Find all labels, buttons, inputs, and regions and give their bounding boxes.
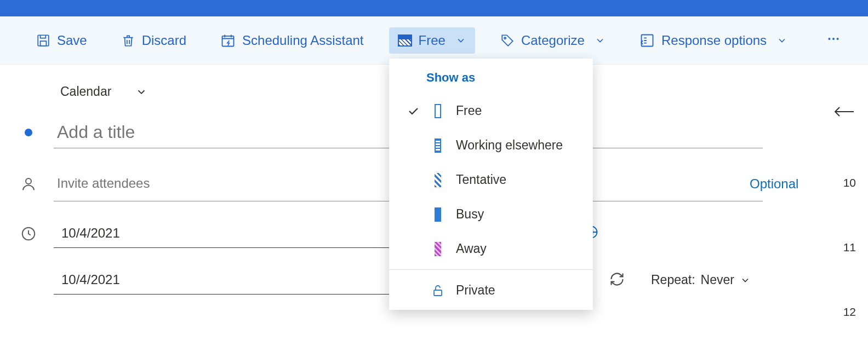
option-label: Free bbox=[456, 103, 482, 118]
response-icon bbox=[639, 33, 655, 48]
option-label: Busy bbox=[456, 207, 484, 222]
svg-rect-1 bbox=[41, 41, 47, 46]
show-as-option-tentative[interactable]: Tentative bbox=[389, 163, 593, 197]
dropdown-header: Show as bbox=[389, 59, 593, 94]
free-swatch-icon bbox=[435, 104, 441, 118]
scheduling-label: Scheduling Assistant bbox=[242, 33, 363, 48]
calendar-color-bullet bbox=[25, 129, 32, 136]
private-label: Private bbox=[456, 283, 495, 298]
showas-swatch-icon bbox=[398, 34, 412, 47]
window-title-bar bbox=[0, 0, 868, 16]
toolbar: Save Discard Scheduling Assistant Free C… bbox=[0, 16, 868, 65]
busy-swatch-icon bbox=[435, 207, 441, 222]
svg-point-6 bbox=[832, 38, 835, 40]
repeat-icon-button[interactable] bbox=[609, 272, 625, 289]
categorize-button[interactable]: Categorize bbox=[492, 27, 614, 54]
chevron-down-icon bbox=[595, 35, 606, 46]
person-icon bbox=[20, 176, 37, 192]
more-options-button[interactable] bbox=[821, 26, 846, 55]
svg-rect-4 bbox=[641, 34, 653, 46]
chevron-down-icon bbox=[776, 35, 787, 46]
chevron-down-icon bbox=[455, 35, 466, 46]
discard-button[interactable]: Discard bbox=[112, 27, 195, 54]
show-as-option-busy[interactable]: Busy bbox=[389, 197, 593, 232]
discard-label: Discard bbox=[142, 33, 186, 48]
calendar-bolt-icon bbox=[220, 33, 236, 48]
svg-point-7 bbox=[837, 38, 839, 40]
svg-rect-8 bbox=[434, 290, 442, 296]
svg-rect-0 bbox=[38, 35, 49, 46]
save-icon bbox=[36, 33, 50, 48]
checkmark-icon bbox=[407, 105, 420, 118]
tag-icon bbox=[500, 33, 515, 48]
tentative-swatch-icon bbox=[435, 173, 441, 187]
calendar-label: Calendar bbox=[60, 84, 111, 99]
show-as-option-free[interactable]: Free bbox=[389, 94, 593, 128]
option-label: Tentative bbox=[456, 172, 506, 187]
hour-mark: 11 bbox=[843, 241, 856, 254]
hour-mark: 12 bbox=[843, 305, 856, 319]
lock-open-icon bbox=[431, 284, 444, 298]
chevron-down-icon bbox=[740, 275, 751, 286]
hour-mark: 10 bbox=[843, 176, 856, 189]
show-as-dropdown: Show as Free Working elsewhere Tentative… bbox=[389, 59, 593, 310]
optional-attendees-button[interactable]: Optional bbox=[750, 176, 798, 192]
response-options-button[interactable]: Response options bbox=[631, 27, 796, 54]
timeline-hour-marks: 10 11 12 bbox=[843, 176, 856, 319]
svg-point-5 bbox=[828, 38, 830, 40]
option-label: Away bbox=[456, 241, 487, 256]
svg-point-9 bbox=[26, 178, 31, 184]
show-as-option-working-elsewhere[interactable]: Working elsewhere bbox=[389, 128, 593, 163]
away-swatch-icon bbox=[435, 242, 441, 256]
refresh-icon bbox=[609, 272, 625, 287]
clock-icon bbox=[20, 226, 37, 242]
showas-selected-label: Free bbox=[419, 33, 446, 48]
show-as-button[interactable]: Free bbox=[389, 27, 475, 54]
save-button[interactable]: Save bbox=[27, 27, 96, 54]
ellipsis-icon bbox=[826, 32, 841, 46]
save-label: Save bbox=[57, 33, 87, 48]
show-as-option-away[interactable]: Away bbox=[389, 232, 593, 266]
svg-point-3 bbox=[504, 37, 506, 39]
divider bbox=[389, 269, 593, 270]
chevron-down-icon bbox=[135, 86, 147, 98]
repeat-value: Never bbox=[701, 273, 734, 287]
option-label: Working elsewhere bbox=[456, 138, 563, 153]
trash-icon bbox=[121, 33, 135, 48]
arrow-left-icon bbox=[833, 104, 855, 119]
collapse-arrow-button[interactable] bbox=[833, 104, 855, 122]
repeat-label: Repeat: bbox=[651, 273, 695, 287]
repeat-picker[interactable]: Never bbox=[701, 273, 751, 287]
response-label: Response options bbox=[661, 33, 767, 48]
working-swatch-icon bbox=[435, 138, 441, 153]
scheduling-assistant-button[interactable]: Scheduling Assistant bbox=[212, 27, 372, 54]
private-option[interactable]: Private bbox=[389, 273, 593, 308]
categorize-label: Categorize bbox=[521, 33, 585, 48]
